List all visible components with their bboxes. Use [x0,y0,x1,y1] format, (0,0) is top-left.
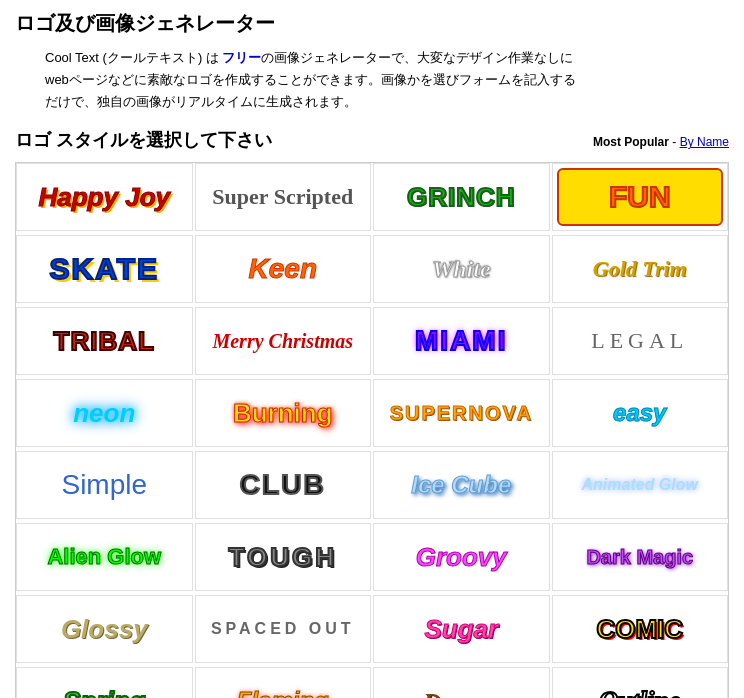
style-item-club[interactable]: CLUB [195,451,372,519]
style-label-miami: MIAMI [378,312,545,370]
sort-by-name[interactable]: By Name [680,135,729,149]
style-label-ice-cube: Ice Cube [378,456,545,514]
style-label-keen: Keen [200,240,367,298]
style-label-glossy: Glossy [21,600,188,658]
style-label-simple: Simple [21,456,188,514]
section-header: ロゴ スタイルを選択して下さい Most Popular - By Name [15,128,729,152]
style-label-spaced-out: SPACED OUT [200,600,367,658]
style-label-burning: Burning [200,384,367,442]
style-label-super-scripted: Super Scripted [200,168,367,226]
style-item-alien-glow[interactable]: Alien Glow [16,523,193,591]
style-label-white: White [378,240,545,298]
style-label-sugar: Sugar [378,600,545,658]
description-line2: webページなどに素敵なロゴを作成することができます。画像かを選びフォームを記入… [45,72,576,87]
style-item-comic[interactable]: COMIC [552,595,729,663]
page-title: ロゴ及び画像ジェネレーター [15,10,729,37]
style-label-fun: FUN [557,168,724,226]
description-line1: Cool Text (クールテキスト) は フリーの画像ジェネレーターで、大変な… [45,50,573,65]
style-item-white[interactable]: White [373,235,550,303]
sort-links: Most Popular - By Name [593,135,729,149]
style-label-groovy: Groovy [378,528,545,586]
style-item-simple[interactable]: Simple [16,451,193,519]
style-item-spring[interactable]: Spring [16,667,193,698]
styles-grid: Happy JoySuper ScriptedGRINCHFUNSKATEKee… [15,162,729,698]
style-label-merry-christmas: Merry Christmas [200,312,367,370]
style-label-tough: TOUGH [200,528,367,586]
style-item-flaming[interactable]: Flaming [195,667,372,698]
page-description: Cool Text (クールテキスト) は フリーの画像ジェネレーターで、大変な… [45,47,729,113]
style-label-dragon: Dragon [378,672,545,698]
style-item-outline[interactable]: Outline [552,667,729,698]
style-item-happy-joy[interactable]: Happy Joy [16,163,193,231]
style-item-grinch[interactable]: GRINCH [373,163,550,231]
style-item-merry-christmas[interactable]: Merry Christmas [195,307,372,375]
style-item-gold-trim[interactable]: Gold Trim [552,235,729,303]
style-item-animated-glow[interactable]: Animated Glow [552,451,729,519]
style-label-alien-glow: Alien Glow [21,528,188,586]
style-item-sugar[interactable]: Sugar [373,595,550,663]
style-item-tough[interactable]: TOUGH [195,523,372,591]
style-label-flaming: Flaming [200,672,367,698]
style-label-supernova: SUPERNOVA [378,384,545,442]
style-label-dark-magic: Dark Magic [557,528,724,586]
style-item-groovy[interactable]: Groovy [373,523,550,591]
style-label-spring: Spring [21,672,188,698]
style-label-outline: Outline [557,672,724,698]
sort-separator: - [672,135,679,149]
style-label-comic: COMIC [557,600,724,658]
style-label-tribal: TRIBAL [21,312,188,370]
style-item-tribal[interactable]: TRIBAL [16,307,193,375]
style-label-animated-glow: Animated Glow [557,456,724,514]
style-item-miami[interactable]: MIAMI [373,307,550,375]
free-text: フリー [222,50,261,65]
style-item-glossy[interactable]: Glossy [16,595,193,663]
style-label-skate: SKATE [21,240,188,298]
style-item-easy[interactable]: easy [552,379,729,447]
style-item-dark-magic[interactable]: Dark Magic [552,523,729,591]
style-label-happy-joy: Happy Joy [21,168,188,226]
style-item-neon[interactable]: neon [16,379,193,447]
style-item-keen[interactable]: Keen [195,235,372,303]
section-title: ロゴ スタイルを選択して下さい [15,128,272,152]
style-item-burning[interactable]: Burning [195,379,372,447]
style-label-grinch: GRINCH [378,168,545,226]
style-item-supernova[interactable]: SUPERNOVA [373,379,550,447]
style-item-fun[interactable]: FUN [552,163,729,231]
style-item-dragon[interactable]: Dragon [373,667,550,698]
style-item-legal[interactable]: LEGAL [552,307,729,375]
sort-most-popular[interactable]: Most Popular [593,135,669,149]
style-item-super-scripted[interactable]: Super Scripted [195,163,372,231]
style-label-neon: neon [21,384,188,442]
style-label-easy: easy [557,384,724,442]
style-item-spaced-out[interactable]: SPACED OUT [195,595,372,663]
style-label-club: CLUB [200,456,367,514]
style-item-skate[interactable]: SKATE [16,235,193,303]
style-label-gold-trim: Gold Trim [557,240,724,298]
style-item-ice-cube[interactable]: Ice Cube [373,451,550,519]
description-line3: だけで、独自の画像がリアルタイムに生成されます。 [45,94,357,109]
style-label-legal: LEGAL [557,312,724,370]
